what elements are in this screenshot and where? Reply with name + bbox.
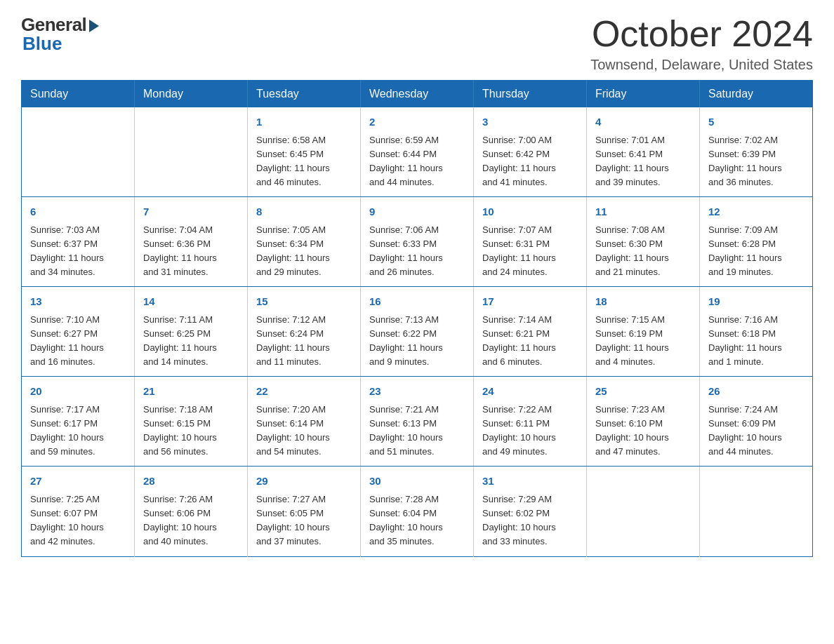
day-info: Sunrise: 7:25 AM Sunset: 6:07 PM Dayligh… — [30, 492, 126, 549]
day-number: 9 — [369, 204, 465, 220]
day-info: Sunrise: 7:20 AM Sunset: 6:14 PM Dayligh… — [256, 403, 352, 459]
calendar-week-row: 1Sunrise: 6:58 AM Sunset: 6:45 PM Daylig… — [22, 107, 813, 197]
day-number: 7 — [143, 204, 239, 220]
day-info: Sunrise: 7:00 AM Sunset: 6:42 PM Dayligh… — [482, 133, 578, 190]
calendar-day-30: 30Sunrise: 7:28 AM Sunset: 6:04 PM Dayli… — [361, 467, 474, 556]
calendar-day-15: 15Sunrise: 7:12 AM Sunset: 6:24 PM Dayli… — [248, 287, 361, 377]
calendar-day-7: 7Sunrise: 7:04 AM Sunset: 6:36 PM Daylig… — [135, 197, 248, 287]
day-info: Sunrise: 7:28 AM Sunset: 6:04 PM Dayligh… — [369, 492, 465, 549]
day-number: 2 — [369, 114, 465, 130]
day-info: Sunrise: 7:06 AM Sunset: 6:33 PM Dayligh… — [369, 223, 465, 280]
day-number: 21 — [143, 384, 239, 400]
day-info: Sunrise: 7:16 AM Sunset: 6:18 PM Dayligh… — [708, 313, 804, 370]
logo-blue-text: Blue — [22, 33, 62, 55]
day-info: Sunrise: 7:21 AM Sunset: 6:13 PM Dayligh… — [369, 403, 465, 459]
day-info: Sunrise: 7:13 AM Sunset: 6:22 PM Dayligh… — [369, 313, 465, 370]
day-info: Sunrise: 7:01 AM Sunset: 6:41 PM Dayligh… — [595, 133, 691, 190]
day-number: 15 — [256, 294, 352, 310]
calendar-day-31: 31Sunrise: 7:29 AM Sunset: 6:02 PM Dayli… — [474, 467, 587, 556]
weekday-header-monday: Monday — [135, 81, 248, 108]
day-number: 10 — [482, 204, 578, 220]
calendar-week-row: 20Sunrise: 7:17 AM Sunset: 6:17 PM Dayli… — [22, 377, 813, 467]
calendar-day-27: 27Sunrise: 7:25 AM Sunset: 6:07 PM Dayli… — [22, 467, 135, 556]
day-info: Sunrise: 7:02 AM Sunset: 6:39 PM Dayligh… — [708, 133, 804, 190]
day-info: Sunrise: 7:26 AM Sunset: 6:06 PM Dayligh… — [143, 492, 239, 549]
calendar-day-20: 20Sunrise: 7:17 AM Sunset: 6:17 PM Dayli… — [22, 377, 135, 467]
calendar-day-3: 3Sunrise: 7:00 AM Sunset: 6:42 PM Daylig… — [474, 107, 587, 197]
day-number: 18 — [595, 294, 691, 310]
calendar-empty-cell — [135, 107, 248, 197]
calendar-day-6: 6Sunrise: 7:03 AM Sunset: 6:37 PM Daylig… — [22, 197, 135, 287]
day-info: Sunrise: 6:58 AM Sunset: 6:45 PM Dayligh… — [256, 133, 352, 190]
day-number: 12 — [708, 204, 804, 220]
day-number: 20 — [30, 384, 126, 400]
day-number: 30 — [369, 474, 465, 490]
title-section: October 2024 Townsend, Delaware, United … — [590, 14, 813, 73]
day-number: 1 — [256, 114, 352, 130]
calendar-day-24: 24Sunrise: 7:22 AM Sunset: 6:11 PM Dayli… — [474, 377, 587, 467]
day-number: 23 — [369, 384, 465, 400]
logo: General Blue — [21, 14, 99, 55]
location-subtitle: Townsend, Delaware, United States — [590, 57, 813, 73]
weekday-header-friday: Friday — [587, 81, 700, 108]
day-info: Sunrise: 7:08 AM Sunset: 6:30 PM Dayligh… — [595, 223, 691, 280]
calendar-empty-cell — [22, 107, 135, 197]
day-number: 17 — [482, 294, 578, 310]
day-number: 14 — [143, 294, 239, 310]
day-info: Sunrise: 7:05 AM Sunset: 6:34 PM Dayligh… — [256, 223, 352, 280]
calendar-day-23: 23Sunrise: 7:21 AM Sunset: 6:13 PM Dayli… — [361, 377, 474, 467]
weekday-header-wednesday: Wednesday — [361, 81, 474, 108]
calendar-week-row: 27Sunrise: 7:25 AM Sunset: 6:07 PM Dayli… — [22, 467, 813, 556]
calendar-day-1: 1Sunrise: 6:58 AM Sunset: 6:45 PM Daylig… — [248, 107, 361, 197]
month-title: October 2024 — [590, 14, 813, 54]
day-number: 26 — [708, 384, 804, 400]
calendar-day-13: 13Sunrise: 7:10 AM Sunset: 6:27 PM Dayli… — [22, 287, 135, 377]
weekday-header-thursday: Thursday — [474, 81, 587, 108]
calendar-day-16: 16Sunrise: 7:13 AM Sunset: 6:22 PM Dayli… — [361, 287, 474, 377]
calendar-day-4: 4Sunrise: 7:01 AM Sunset: 6:41 PM Daylig… — [587, 107, 700, 197]
calendar-day-21: 21Sunrise: 7:18 AM Sunset: 6:15 PM Dayli… — [135, 377, 248, 467]
day-info: Sunrise: 7:17 AM Sunset: 6:17 PM Dayligh… — [30, 403, 126, 459]
logo-arrow-icon — [89, 20, 99, 32]
weekday-header-saturday: Saturday — [700, 81, 813, 108]
day-info: Sunrise: 7:12 AM Sunset: 6:24 PM Dayligh… — [256, 313, 352, 370]
day-info: Sunrise: 7:11 AM Sunset: 6:25 PM Dayligh… — [143, 313, 239, 370]
calendar-empty-cell — [587, 467, 700, 556]
day-number: 28 — [143, 474, 239, 490]
day-info: Sunrise: 7:07 AM Sunset: 6:31 PM Dayligh… — [482, 223, 578, 280]
calendar-day-25: 25Sunrise: 7:23 AM Sunset: 6:10 PM Dayli… — [587, 377, 700, 467]
day-number: 16 — [369, 294, 465, 310]
calendar-day-8: 8Sunrise: 7:05 AM Sunset: 6:34 PM Daylig… — [248, 197, 361, 287]
calendar-day-9: 9Sunrise: 7:06 AM Sunset: 6:33 PM Daylig… — [361, 197, 474, 287]
calendar-header-row: SundayMondayTuesdayWednesdayThursdayFrid… — [22, 81, 813, 108]
page-header: General Blue October 2024 Townsend, Dela… — [21, 14, 813, 73]
day-number: 5 — [708, 114, 804, 130]
calendar-day-29: 29Sunrise: 7:27 AM Sunset: 6:05 PM Dayli… — [248, 467, 361, 556]
day-number: 27 — [30, 474, 126, 490]
day-number: 6 — [30, 204, 126, 220]
calendar-day-12: 12Sunrise: 7:09 AM Sunset: 6:28 PM Dayli… — [700, 197, 813, 287]
day-number: 24 — [482, 384, 578, 400]
calendar-day-10: 10Sunrise: 7:07 AM Sunset: 6:31 PM Dayli… — [474, 197, 587, 287]
day-number: 11 — [595, 204, 691, 220]
day-info: Sunrise: 7:03 AM Sunset: 6:37 PM Dayligh… — [30, 223, 126, 280]
weekday-header-tuesday: Tuesday — [248, 81, 361, 108]
day-number: 31 — [482, 474, 578, 490]
day-info: Sunrise: 7:22 AM Sunset: 6:11 PM Dayligh… — [482, 403, 578, 459]
day-number: 19 — [708, 294, 804, 310]
calendar-day-5: 5Sunrise: 7:02 AM Sunset: 6:39 PM Daylig… — [700, 107, 813, 197]
day-number: 29 — [256, 474, 352, 490]
calendar-day-14: 14Sunrise: 7:11 AM Sunset: 6:25 PM Dayli… — [135, 287, 248, 377]
day-info: Sunrise: 7:27 AM Sunset: 6:05 PM Dayligh… — [256, 492, 352, 549]
calendar-week-row: 6Sunrise: 7:03 AM Sunset: 6:37 PM Daylig… — [22, 197, 813, 287]
calendar-day-11: 11Sunrise: 7:08 AM Sunset: 6:30 PM Dayli… — [587, 197, 700, 287]
day-info: Sunrise: 7:23 AM Sunset: 6:10 PM Dayligh… — [595, 403, 691, 459]
calendar-day-26: 26Sunrise: 7:24 AM Sunset: 6:09 PM Dayli… — [700, 377, 813, 467]
day-number: 8 — [256, 204, 352, 220]
day-info: Sunrise: 7:29 AM Sunset: 6:02 PM Dayligh… — [482, 492, 578, 549]
day-info: Sunrise: 7:24 AM Sunset: 6:09 PM Dayligh… — [708, 403, 804, 459]
calendar-table: SundayMondayTuesdayWednesdayThursdayFrid… — [21, 80, 813, 556]
calendar-day-18: 18Sunrise: 7:15 AM Sunset: 6:19 PM Dayli… — [587, 287, 700, 377]
day-info: Sunrise: 7:09 AM Sunset: 6:28 PM Dayligh… — [708, 223, 804, 280]
day-number: 13 — [30, 294, 126, 310]
